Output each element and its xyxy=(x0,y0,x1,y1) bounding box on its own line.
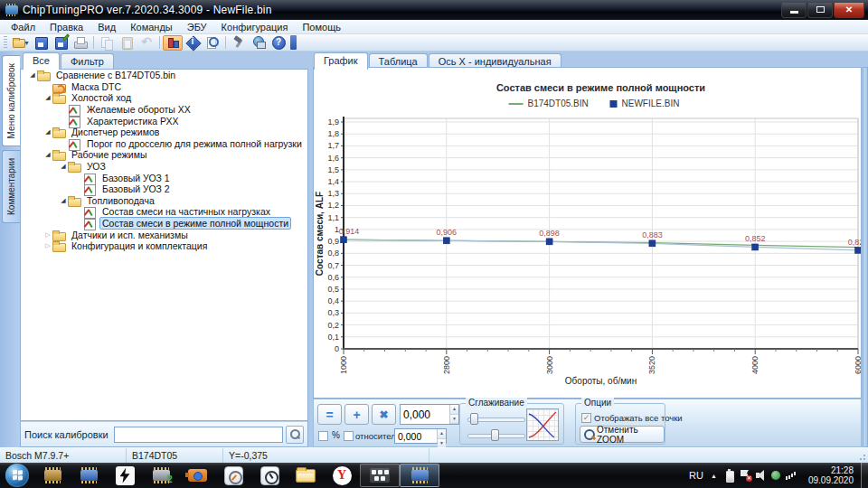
tools-button[interactable] xyxy=(229,35,249,51)
calibration-tree[interactable]: ◢Сравнение с B174DT05.binМаска DTC◢Холос… xyxy=(20,69,308,421)
clock[interactable]: 21:28 09.09.2020 xyxy=(808,465,854,485)
menu-item-4[interactable]: ЭБУ xyxy=(180,21,214,33)
tree-item-4[interactable]: Характеристика РХХ xyxy=(21,115,307,127)
relative-value-input[interactable] xyxy=(395,429,437,443)
maximize-button[interactable] xyxy=(807,3,833,18)
volume-icon[interactable] xyxy=(755,469,766,482)
paste-button[interactable] xyxy=(117,35,137,51)
smoothing-slider-1[interactable] xyxy=(467,413,525,425)
relative-checkbox[interactable] xyxy=(344,431,354,441)
tab-filter[interactable]: Фильтр xyxy=(61,53,114,70)
expand-arrow-icon[interactable]: ◢ xyxy=(28,71,37,79)
chart-canvas[interactable]: Состав смеси в режиме полной мощностиB17… xyxy=(314,68,861,398)
battery-icon[interactable] xyxy=(724,469,735,482)
menu-item-3[interactable]: Команды xyxy=(123,21,180,33)
language-indicator[interactable]: RU xyxy=(689,470,703,481)
resize-grip[interactable] xyxy=(855,448,868,463)
toolbar-grip[interactable] xyxy=(4,36,7,49)
vertical-tab-comments[interactable]: Комментарии xyxy=(2,150,20,223)
tree-item-14[interactable]: ▷Датчики и исп. механизмы xyxy=(21,229,307,240)
keyboard-app-taskbar-button[interactable] xyxy=(360,464,400,487)
expand-arrow-icon[interactable]: ▷ xyxy=(43,242,52,249)
minimize-button[interactable] xyxy=(781,3,807,18)
zoom-page-button[interactable] xyxy=(203,35,222,51)
tree-item-3[interactable]: Желаемые обороты ХХ xyxy=(21,104,307,116)
tree-item-10[interactable]: Базовый УОЗ 2 xyxy=(21,183,307,195)
tree-item-12[interactable]: Состав смеси на частичных нагрузках xyxy=(21,206,307,218)
tree-item-6[interactable]: Порог по дросселю для режима полной нагр… xyxy=(21,138,307,150)
expand-arrow-icon[interactable]: ◢ xyxy=(43,128,52,136)
expand-arrow-icon[interactable]: ◢ xyxy=(43,94,52,101)
chip-green2-taskbar-button[interactable]: 2 xyxy=(143,464,179,487)
compare-charts-button[interactable] xyxy=(163,35,183,51)
copy-button[interactable] xyxy=(97,35,117,51)
panel-scrollbar[interactable] xyxy=(863,67,868,447)
set-equal-button[interactable]: = xyxy=(317,404,342,425)
undo-button[interactable]: ↶ xyxy=(137,35,156,51)
toolbar-overflow-icon[interactable] xyxy=(290,35,297,50)
gauge-taskbar-button[interactable] xyxy=(215,464,251,487)
yandex-browser-taskbar-button[interactable]: Y xyxy=(324,464,360,487)
expand-arrow-icon[interactable]: ▷ xyxy=(43,231,52,239)
tree-item-0[interactable]: ◢Сравнение с B174DT05.bin xyxy=(21,70,307,81)
print-button[interactable] xyxy=(71,35,90,51)
slider-thumb[interactable] xyxy=(470,413,478,425)
tree-item-5[interactable]: ◢Диспетчер режимов xyxy=(21,127,307,138)
start-button[interactable] xyxy=(5,464,29,487)
tree-item-1[interactable]: Маска DTC xyxy=(21,81,307,93)
search-button[interactable] xyxy=(286,426,304,444)
engine-taskbar-button[interactable] xyxy=(179,464,215,487)
folder-taskbar-button[interactable] xyxy=(288,464,324,487)
save-as-button[interactable] xyxy=(51,35,71,51)
show-all-points-checkbox[interactable]: ✓ xyxy=(581,413,591,423)
tree-item-13[interactable]: Состав смеси в режиме полной мощности xyxy=(21,218,307,230)
chip-blue-taskbar-button[interactable] xyxy=(71,464,107,487)
menu-item-1[interactable]: Правка xyxy=(42,21,90,33)
multiply-button[interactable]: ✖ xyxy=(372,404,396,425)
slider-thumb[interactable] xyxy=(491,429,499,441)
help-button[interactable] xyxy=(269,35,288,51)
tree-item-15[interactable]: ▷Конфигурация и комплектация xyxy=(21,240,307,252)
vertical-tab-calibrations[interactable]: Меню калибровок xyxy=(2,55,20,146)
chart-area[interactable]: Состав смеси в режиме полной мощностиB17… xyxy=(313,67,862,399)
smoothing-slider-2[interactable] xyxy=(467,429,525,441)
remote-access-icon[interactable] xyxy=(770,469,781,482)
value-input[interactable] xyxy=(401,405,449,424)
open-file-button[interactable]: ▼ xyxy=(11,35,31,51)
show-desktop-button[interactable] xyxy=(861,463,868,488)
info-button[interactable] xyxy=(183,35,203,51)
expand-arrow-icon[interactable]: ◢ xyxy=(43,151,52,158)
network-signal-icon[interactable] xyxy=(786,469,798,482)
action-center-icon[interactable]: ✕ xyxy=(740,469,750,482)
menu-item-0[interactable]: Файл xyxy=(4,21,42,33)
expand-arrow-icon[interactable]: ◢ xyxy=(59,163,68,170)
tree-item-9[interactable]: Базовый УОЗ 1 xyxy=(21,172,307,183)
percent-checkbox[interactable] xyxy=(318,431,328,441)
save-button[interactable] xyxy=(31,35,51,51)
lightning-taskbar-button[interactable] xyxy=(107,464,143,487)
chiptuning-app-taskbar-button[interactable] xyxy=(400,464,439,487)
tab-graph[interactable]: График xyxy=(314,52,368,70)
close-button[interactable]: ✕ xyxy=(834,3,864,18)
search-input[interactable] xyxy=(114,427,283,443)
chip-tan-taskbar-button[interactable] xyxy=(34,464,71,487)
expand-arrow-icon[interactable]: ◢ xyxy=(59,197,68,204)
relative-value-spinner[interactable]: ▲▼ xyxy=(437,429,446,443)
cancel-zoom-button[interactable]: Отменить ZOOM xyxy=(580,426,665,443)
value-spinner[interactable]: ▲▼ xyxy=(449,405,458,424)
menu-item-6[interactable]: Помощь xyxy=(295,21,348,33)
network-button[interactable] xyxy=(249,35,269,51)
engine-icon xyxy=(188,469,207,482)
tree-item-7[interactable]: ◢Рабочие режимы xyxy=(21,149,307,161)
tree-item-8[interactable]: ◢УОЗ xyxy=(21,161,307,173)
add-button[interactable]: + xyxy=(344,404,369,425)
speedometer-taskbar-button[interactable] xyxy=(251,464,288,487)
tray-expand-icon[interactable]: ▲ xyxy=(711,473,717,479)
smoothing-curve-preview[interactable] xyxy=(526,408,559,441)
tree-item-2[interactable]: ◢Холостой ход xyxy=(21,92,307,104)
tab-all[interactable]: Все xyxy=(23,52,60,70)
menu-item-5[interactable]: Конфигурация xyxy=(214,21,296,33)
menu-item-2[interactable]: Вид xyxy=(90,21,123,33)
tree-item-11[interactable]: ◢Топливоподача xyxy=(21,195,307,207)
chart-icon xyxy=(83,218,97,229)
